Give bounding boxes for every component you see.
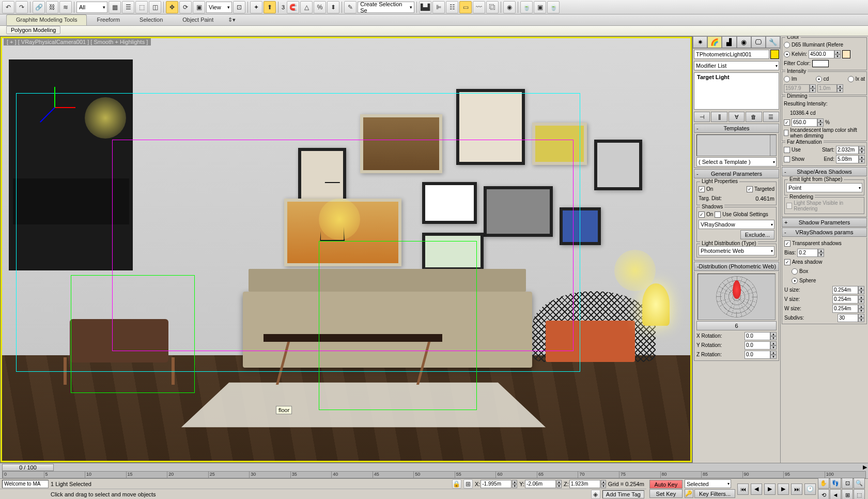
gizmo-x-axis[interactable]: [55, 107, 75, 108]
incandescent-checkbox[interactable]: [784, 130, 788, 136]
kelvin-spinner[interactable]: ▲▼: [809, 50, 841, 58]
vsize-input[interactable]: [832, 295, 858, 304]
spin-down-icon[interactable]: ▼: [770, 345, 777, 350]
atten-end-input[interactable]: [836, 155, 859, 163]
manipulate-button[interactable]: ✦: [250, 1, 262, 13]
percent-snap-button[interactable]: %: [314, 1, 326, 13]
pin-stack-button[interactable]: ⊣: [694, 112, 710, 122]
gizmo-z-axis[interactable]: [40, 107, 55, 123]
spin-up-icon[interactable]: ▲: [601, 480, 606, 484]
spin-up-icon[interactable]: ▲: [858, 295, 864, 299]
atten-show-checkbox[interactable]: [784, 156, 790, 162]
rollout-templates[interactable]: Templates: [694, 124, 779, 133]
use-global-checkbox[interactable]: [715, 211, 721, 218]
show-end-result-button[interactable]: ǁ: [711, 112, 727, 122]
rollout-shape-shadows[interactable]: Shape/Area Shadows: [782, 167, 867, 176]
maxscript-listener[interactable]: [2, 480, 49, 488]
spin-up-icon[interactable]: ▲: [817, 118, 824, 123]
rollout-general[interactable]: General Parameters: [694, 169, 779, 178]
play-button[interactable]: ▶: [764, 483, 776, 495]
light-shape-visible-checkbox[interactable]: [786, 203, 792, 209]
named-sel-set-dropdown[interactable]: Create Selection Se: [358, 2, 414, 13]
atten-end-spinner[interactable]: ▲▼: [836, 155, 865, 163]
edit-named-sel-button[interactable]: ✎: [344, 1, 357, 13]
subdivs-spinner[interactable]: ▲▼: [838, 314, 864, 322]
spin-down-icon[interactable]: ▼: [858, 290, 864, 294]
bias-spinner[interactable]: ▲▼: [797, 249, 824, 257]
spin-down-icon[interactable]: ▼: [834, 54, 841, 58]
light-dist-dropdown[interactable]: Photometric Web: [699, 246, 774, 255]
modifier-stack[interactable]: Target Light: [694, 72, 779, 110]
ref-coord-dropdown[interactable]: View: [206, 2, 232, 13]
display-tab-icon[interactable]: 🖵: [751, 36, 766, 48]
intensity-spinner[interactable]: ▲▼: [784, 84, 816, 93]
spin-down-icon[interactable]: ▼: [858, 299, 864, 304]
scrollbar[interactable]: [770, 135, 776, 156]
viewport-label[interactable]: [ + ] [ VRayPhysicalCamera001 ] [ Smooth…: [4, 38, 151, 46]
rollout-shadow-params[interactable]: Shadow Parameters: [782, 218, 867, 227]
zoom-region-button[interactable]: ⬚: [854, 489, 865, 499]
tab-graphite[interactable]: Graphite Modeling Tools: [6, 14, 87, 25]
key-filters-button[interactable]: Key Filters...: [694, 489, 735, 498]
spin-down-icon[interactable]: ▼: [770, 355, 777, 359]
stack-item[interactable]: Target Light: [695, 73, 778, 81]
material-editor-button[interactable]: ◉: [503, 1, 516, 13]
dim-pct-spinner[interactable]: ▲▼: [792, 118, 824, 127]
walk-button[interactable]: 👣: [830, 477, 841, 489]
hierarchy-tab-icon[interactable]: ▟: [722, 36, 736, 48]
gizmo-y-axis[interactable]: [54, 87, 55, 108]
goto-end-button[interactable]: ⏭: [791, 483, 802, 495]
spin-up-icon[interactable]: ▲: [770, 351, 777, 355]
adaptive-grid-icon[interactable]: ⊞: [463, 479, 473, 489]
spin-down-icon[interactable]: ▼: [837, 88, 843, 93]
render-setup-button[interactable]: 🍵: [520, 1, 533, 13]
time-tag-label[interactable]: Add Time Tag: [602, 490, 644, 498]
bind-button[interactable]: ≋: [59, 1, 72, 13]
object-name-input[interactable]: [694, 50, 769, 59]
spin-up-icon[interactable]: ▲: [858, 314, 864, 318]
sphere-radio[interactable]: [792, 278, 798, 284]
zrot-spinner[interactable]: ▲▼: [745, 351, 777, 359]
layer-manager-button[interactable]: ☷: [446, 1, 458, 13]
use-pivot-button[interactable]: ⊡: [233, 1, 245, 13]
atten-start-spinner[interactable]: ▲▼: [836, 146, 865, 154]
schematic-view-button[interactable]: ⿻: [486, 1, 499, 13]
time-config-button[interactable]: 🕐: [804, 483, 816, 495]
light-on-checkbox[interactable]: [699, 186, 705, 192]
prev-frame-button[interactable]: ◀: [751, 483, 762, 495]
mirror-button[interactable]: ▙▟: [419, 1, 431, 13]
key-mode-dropdown[interactable]: Selected: [685, 479, 731, 488]
d65-radio[interactable]: [784, 42, 790, 48]
kelvin-color-swatch[interactable]: [842, 50, 850, 58]
yrot-spinner[interactable]: ▲▼: [745, 341, 777, 350]
timeline-arrow-icon[interactable]: ▶: [863, 464, 867, 471]
select-rotate-button[interactable]: ⟳: [179, 1, 192, 13]
utilities-tab-icon[interactable]: 🔧: [766, 36, 780, 48]
intensity-dist-spinner[interactable]: ▲▼: [817, 84, 843, 93]
key-icon[interactable]: 🔑: [685, 489, 693, 498]
usize-input[interactable]: [832, 286, 858, 294]
spin-down-icon[interactable]: ▼: [858, 309, 864, 313]
spin-down-icon[interactable]: ▼: [512, 484, 517, 488]
modifier-list-dropdown[interactable]: Modifier List: [694, 61, 779, 70]
select-move-button[interactable]: ✥: [166, 1, 178, 13]
ribbon-sub-label[interactable]: Polygon Modeling: [6, 26, 60, 34]
spin-down-icon[interactable]: ▼: [859, 159, 865, 163]
lock-icon[interactable]: 🔒: [452, 479, 461, 489]
make-unique-button[interactable]: ∀: [729, 112, 745, 122]
spin-up-icon[interactable]: ▲: [770, 341, 777, 345]
atten-start-input[interactable]: [836, 146, 859, 154]
select-object-button[interactable]: ▦: [109, 1, 121, 13]
selection-filter-dropdown[interactable]: All: [76, 2, 107, 13]
filter-color-swatch[interactable]: [812, 60, 829, 67]
atten-use-checkbox[interactable]: [784, 147, 790, 153]
rendered-frame-button[interactable]: ▣: [534, 1, 546, 13]
shadows-on-checkbox[interactable]: [699, 211, 705, 218]
targeted-checkbox[interactable]: [747, 186, 753, 192]
xrot-input[interactable]: [745, 332, 770, 340]
spin-up-icon[interactable]: ▲: [858, 286, 864, 290]
yrot-input[interactable]: [745, 341, 770, 350]
wsize-input[interactable]: [832, 305, 858, 313]
autokey-button[interactable]: Auto Key: [649, 480, 683, 489]
ribbon-toggle-button[interactable]: ▭: [459, 1, 472, 13]
